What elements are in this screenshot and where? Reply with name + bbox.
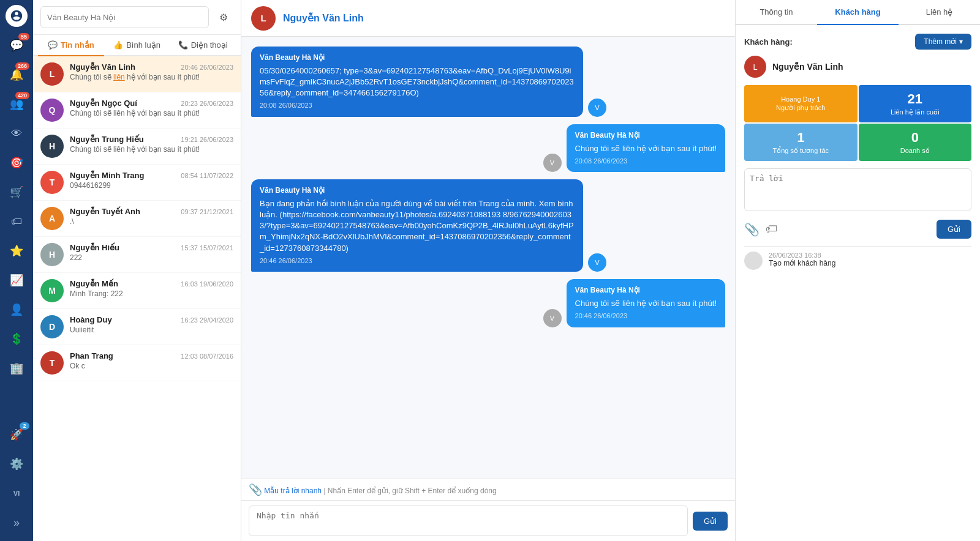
list-item[interactable]: DHoàng Duy16:23 29/04/2020Uuiieitit xyxy=(33,309,241,345)
nav-dollar[interactable]: 💲 xyxy=(2,326,31,353)
org-icon: 🏢 xyxy=(10,362,23,375)
tag-icon: 🏷 xyxy=(11,215,22,228)
rocket-icon: 🚀 xyxy=(10,428,23,441)
reply-input[interactable] xyxy=(744,168,971,211)
expand-icon: » xyxy=(13,517,20,529)
nav-eye[interactable]: 👁 xyxy=(2,120,31,147)
nav-expand[interactable]: » xyxy=(2,509,31,536)
nav-settings[interactable]: ⚙️ xyxy=(2,450,31,477)
stat-assignee-label: Người phụ trách xyxy=(776,104,825,112)
nav-chart[interactable]: 📈 xyxy=(2,267,31,294)
activity-row: 26/06/2023 16:38 Tạo mới khách hàng xyxy=(744,252,971,270)
chat-badge: 55 xyxy=(18,33,29,40)
chat-input[interactable] xyxy=(249,506,688,536)
stat-revenue-label: Doanh số xyxy=(900,147,930,155)
tab-lien-he-label: Liên hệ xyxy=(926,7,952,17)
conversation-list: LNguyễn Văn Linh20:46 26/06/2023Chúng tô… xyxy=(33,56,241,541)
rocket-badge: 2 xyxy=(20,422,29,430)
search-input[interactable] xyxy=(40,6,209,28)
customer-name: Nguyễn Văn Linh xyxy=(772,62,843,72)
tab-thong-tin-label: Thông tin xyxy=(760,7,793,17)
stat-cell-contact: 21 Liên hệ lần cuối xyxy=(859,85,972,122)
nav-rocket[interactable]: 🚀 2 xyxy=(2,421,31,448)
settings-icon: ⚙️ xyxy=(10,457,23,471)
stat-contact-label: Liên hệ lần cuối xyxy=(891,108,940,116)
stat-interactions-label: Tổng số tương tác xyxy=(772,147,829,155)
tab-khach-hang-label: Khách hàng xyxy=(835,7,880,17)
message-row: VVăn Beauty Hà NộiChúng tôi sẽ liên hệ v… xyxy=(251,279,725,327)
stat-cell-assignee: Hoang Duy 1 Người phụ trách xyxy=(744,85,858,122)
chart-icon: 📈 xyxy=(10,274,23,287)
tab-thong-tin[interactable]: Thông tin xyxy=(736,0,817,25)
section-label: Khách hàng: xyxy=(744,37,793,47)
stat-cell-revenue: 0 Doanh số xyxy=(859,124,972,161)
tab-dien-thoai-label: Điện thoại xyxy=(191,40,228,50)
stat-interactions-value: 1 xyxy=(797,130,804,146)
conv-header: ⚙ xyxy=(33,0,241,35)
nav-target[interactable]: 🎯 xyxy=(2,149,31,176)
message-row: Văn Beauty Hà Nội05/30/0264000260657; ty… xyxy=(251,47,725,117)
nav-cart[interactable]: 🛒 xyxy=(2,179,31,206)
attachment-icon[interactable]: 📎 xyxy=(249,483,262,496)
activity-text: Tạo mới khách hàng xyxy=(769,259,835,267)
list-item[interactable]: MNguyễn Mến16:03 19/06/2020Minh Trang: 2… xyxy=(33,273,241,309)
person-icon: 👤 xyxy=(10,303,23,316)
chat-input-area: Gửi xyxy=(241,500,735,541)
add-new-button[interactable]: Thêm mới ▾ xyxy=(915,34,971,50)
app-logo xyxy=(6,5,28,27)
nav-users[interactable]: 👥 420 xyxy=(2,91,31,118)
nav-org[interactable]: 🏢 xyxy=(2,355,31,382)
eye-icon: 👁 xyxy=(11,127,22,140)
customer-row: L Nguyễn Văn Linh xyxy=(744,56,971,78)
tab-tin-nhan-label: Tin nhắn xyxy=(61,40,94,50)
tab-dien-thoai[interactable]: 📞 Điện thoại xyxy=(170,35,236,56)
list-item[interactable]: TPhan Trang12:03 08/07/2016Ok c xyxy=(33,345,241,381)
tab-lien-he[interactable]: Liên hệ xyxy=(899,0,980,25)
dollar-icon: 💲 xyxy=(10,332,23,346)
tag-action-icon[interactable]: 🏷 xyxy=(766,222,778,236)
cart-icon: 🛒 xyxy=(10,185,23,199)
nav-tag[interactable]: 🏷 xyxy=(2,208,31,235)
nav-star[interactable]: ⭐ xyxy=(2,237,31,264)
list-item[interactable]: HNguyễn Trung Hiếu19:21 26/06/2023Chúng … xyxy=(33,129,241,165)
users-icon: 👥 xyxy=(10,97,23,111)
right-content: Khách hàng: Thêm mới ▾ L Nguyễn Văn Linh… xyxy=(736,25,980,541)
chat-area: L Nguyễn Văn Linh Văn Beauty Hà Nội05/30… xyxy=(241,0,735,541)
nav-lang[interactable]: VI xyxy=(2,480,31,507)
activity-time: 26/06/2023 16:38 xyxy=(769,252,835,259)
tab-binh-luan[interactable]: 👍 Bình luận xyxy=(104,35,170,56)
stat-assignee-name: Hoang Duy 1 xyxy=(781,95,820,103)
nav-notification[interactable]: 🔔 266 xyxy=(2,61,31,88)
list-item[interactable]: TNguyễn Minh Trang08:54 11/07/2022094461… xyxy=(33,165,241,201)
quick-reply-hint: | Nhấn Enter để gửi, giữ Shift + Enter đ… xyxy=(323,487,496,495)
conversation-panel: ⚙ 💬 Tin nhắn 👍 Bình luận 📞 Điện thoại LN… xyxy=(33,0,241,541)
chat-header-avatar: L xyxy=(251,6,276,31)
list-item[interactable]: ANguyễn Tuyết Anh09:37 21/12/2021.\ xyxy=(33,201,241,237)
stats-grid: Hoang Duy 1 Người phụ trách 21 Liên hệ l… xyxy=(744,85,971,161)
chat-header: L Nguyễn Văn Linh xyxy=(241,0,735,37)
notification-badge: 266 xyxy=(15,62,29,70)
stat-cell-interactions: 1 Tổng số tương tác xyxy=(744,124,858,161)
left-nav: 💬 55 🔔 266 👥 420 👁 🎯 🛒 🏷 ⭐ 📈 👤 💲 🏢 🚀 2 xyxy=(0,0,33,541)
fb-tab-icon: 👍 xyxy=(113,40,123,50)
tab-tin-nhan[interactable]: 💬 Tin nhắn xyxy=(38,35,104,56)
phone-tab-icon: 📞 xyxy=(178,40,188,50)
settings-button[interactable]: ⚙ xyxy=(214,7,233,27)
nav-person[interactable]: 👤 xyxy=(2,296,31,323)
bell-icon: 🔔 xyxy=(10,68,23,81)
stat-contact-value: 21 xyxy=(908,91,922,107)
action-row: 📎 🏷 Gửi xyxy=(744,220,971,239)
chat-send-button[interactable]: Gửi xyxy=(693,512,728,531)
users-badge: 420 xyxy=(15,92,29,99)
paperclip-icon[interactable]: 📎 xyxy=(744,222,760,237)
conv-tabs: 💬 Tin nhắn 👍 Bình luận 📞 Điện thoại xyxy=(33,35,241,56)
reply-send-button[interactable]: Gửi xyxy=(937,220,971,239)
nav-chat[interactable]: 💬 55 xyxy=(2,32,31,59)
quick-reply-link[interactable]: Mẫu trả lời nhanh xyxy=(264,487,322,495)
tab-khach-hang[interactable]: Khách hàng xyxy=(817,0,899,25)
right-panel: Thông tin Khách hàng Liên hệ Khách hàng:… xyxy=(735,0,980,541)
list-item[interactable]: HNguyễn Hiếu15:37 15/07/2021222 xyxy=(33,237,241,273)
list-item[interactable]: QNguyễn Ngọc Quí20:23 26/06/2023Chúng tô… xyxy=(33,92,241,129)
list-item[interactable]: LNguyễn Văn Linh20:46 26/06/2023Chúng tô… xyxy=(33,56,241,92)
customer-avatar: L xyxy=(744,56,766,78)
